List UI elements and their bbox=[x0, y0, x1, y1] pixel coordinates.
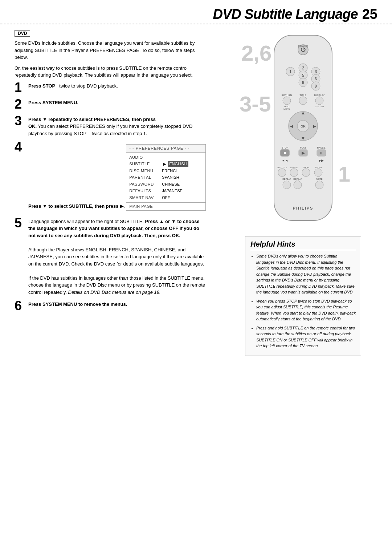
svg-text:6: 6 bbox=[315, 77, 317, 81]
svg-text:9: 9 bbox=[315, 84, 317, 88]
svg-point-58 bbox=[294, 181, 302, 189]
preferences-box: - - PREFERENCES PAGE - - AUDIO SUBTITLE … bbox=[126, 144, 206, 211]
svg-text:▼: ▼ bbox=[301, 135, 306, 141]
pref-value-french: FRENCH bbox=[162, 168, 179, 174]
svg-text:▶: ▶ bbox=[302, 150, 305, 155]
svg-point-21 bbox=[283, 97, 291, 105]
pref-value-english: ENGLISH bbox=[168, 161, 188, 167]
svg-point-57 bbox=[283, 181, 291, 189]
pref-row-subtitle: SUBTITLE ▶ ENGLISH bbox=[129, 161, 203, 167]
pref-row-parental: PARENTAL SPANISH bbox=[129, 174, 203, 181]
page-number: 25 bbox=[362, 7, 377, 22]
pref-value-off: OFF bbox=[162, 195, 170, 201]
svg-point-49 bbox=[278, 169, 286, 177]
pref-table: AUDIO SUBTITLE ▶ ENGLISH DISC MENU FRENC… bbox=[126, 153, 205, 203]
step-2-content: Press SYSTEM MENU. bbox=[28, 99, 207, 106]
svg-text:STOP: STOP bbox=[282, 146, 289, 149]
step-5-text3: If the DVD has subtitles in languages ot… bbox=[28, 275, 205, 295]
svg-text:TITLE: TITLE bbox=[299, 94, 306, 97]
pref-row-smartnav: SMART NAV OFF bbox=[129, 194, 203, 201]
pref-label-smartnav: SMART NAV bbox=[129, 195, 162, 201]
pref-footer: MAIN PAGE bbox=[126, 202, 205, 210]
step-6-bold: Press SYSTEM MENU to remove the menus. bbox=[28, 301, 127, 307]
helpful-hint-1: Some DVDs only allow you to choose Subti… bbox=[256, 253, 356, 295]
step-3-content: Press ▼ repeatedly to select PREFERENCES… bbox=[28, 116, 207, 137]
svg-text:■: ■ bbox=[283, 150, 286, 155]
left-column: DVD Some DVDs include subtitles. Choose … bbox=[0, 24, 218, 555]
step-2-number: 2 bbox=[15, 98, 28, 111]
pref-row-password: PASSWORD CHINESE bbox=[129, 181, 203, 188]
svg-text:OK: OK bbox=[301, 125, 306, 128]
svg-text:MENU: MENU bbox=[283, 108, 290, 110]
svg-text:RETURN: RETURN bbox=[281, 94, 292, 97]
pref-value-spanish: SPANISH bbox=[162, 174, 179, 181]
step-1-content: Press STOP twice to stop DVD playback. bbox=[28, 82, 207, 90]
svg-point-59 bbox=[315, 181, 323, 189]
step-1-number: 1 bbox=[15, 81, 28, 94]
svg-text:PAUSE: PAUSE bbox=[317, 146, 326, 149]
svg-text:⏸: ⏸ bbox=[319, 151, 323, 155]
svg-text:1: 1 bbox=[289, 69, 291, 74]
step-1-text: twice to stop DVD playback. bbox=[59, 83, 118, 89]
helpful-hints-title: Helpful Hints bbox=[250, 240, 356, 250]
step-1: 1 Press STOP twice to stop DVD playback. bbox=[15, 82, 207, 94]
dvd-badge: DVD bbox=[15, 30, 30, 37]
step-5-text1: Language options will appear to the righ… bbox=[28, 219, 200, 238]
pref-label-subtitle: SUBTITLE bbox=[129, 161, 162, 167]
pref-label-discmenu: DISC MENU bbox=[129, 168, 162, 174]
step-4-bold: Press ▼ to select SUBTITLE, then press ▶… bbox=[28, 203, 125, 209]
step-6-number: 6 bbox=[15, 299, 28, 312]
svg-point-52 bbox=[314, 169, 322, 177]
step-4-content: Press ▼ to select SUBTITLE, then press ▶… bbox=[28, 142, 207, 213]
main-content: DVD Some DVDs include subtitles. Choose … bbox=[0, 24, 392, 555]
svg-text:ANGLE: ANGLE bbox=[290, 166, 298, 169]
step-4-number: 4 bbox=[15, 141, 28, 154]
page-header: DVD Subtitle Language 25 bbox=[0, 0, 392, 24]
svg-text:AUDIO: AUDIO bbox=[315, 166, 322, 169]
pref-row-audio: AUDIO bbox=[129, 154, 203, 161]
pref-label-defaults: DEFAULTS bbox=[129, 188, 162, 194]
svg-point-22 bbox=[299, 97, 307, 105]
pref-value-japanese: JAPANESE bbox=[162, 188, 183, 194]
step-2-bold: Press SYSTEM MENU. bbox=[28, 100, 78, 105]
steps-list: 1 Press STOP twice to stop DVD playback.… bbox=[15, 82, 207, 313]
step-3: 3 Press ▼ repeatedly to select PREFERENC… bbox=[15, 116, 207, 137]
svg-text:5: 5 bbox=[302, 73, 304, 77]
step-3-bold: Press ▼ repeatedly to select PREFERENCES… bbox=[28, 117, 156, 122]
step-4: 4 Press ▼ to select SUBTITLE, then press… bbox=[15, 142, 207, 213]
step-5: 5 Language options will appear to the ri… bbox=[15, 218, 207, 296]
step-6: 6 Press SYSTEM MENU to remove the menus. bbox=[15, 301, 207, 312]
step-3-ok: OK. bbox=[28, 123, 37, 129]
step-1-bold: Press STOP bbox=[28, 83, 55, 89]
intro-paragraph-1: Some DVDs include subtitles. Choose the … bbox=[15, 40, 207, 61]
pref-row-discmenu: DISC MENU FRENCH bbox=[129, 167, 203, 174]
svg-text:PLAY: PLAY bbox=[300, 146, 306, 149]
step-5-number: 5 bbox=[15, 216, 28, 230]
svg-text:SYSTEM: SYSTEM bbox=[315, 105, 324, 108]
svg-point-50 bbox=[290, 169, 298, 177]
intro-paragraph-2: Or, the easiest way to choose subtitles … bbox=[15, 65, 207, 79]
svg-text:8: 8 bbox=[302, 80, 304, 85]
remote-svg: ⏻ POWER 1 2 3 5 6 8 bbox=[263, 32, 343, 229]
svg-text:▶▶: ▶▶ bbox=[319, 159, 324, 162]
helpful-hint-2: When you press STOP twice to stop DVD pl… bbox=[256, 298, 356, 322]
svg-text:◄◄: ◄◄ bbox=[282, 159, 288, 162]
svg-text:◄: ◄ bbox=[289, 123, 294, 129]
svg-text:⏻: ⏻ bbox=[301, 46, 306, 52]
page: DVD Subtitle Language 25 DVD Some DVDs i… bbox=[0, 0, 392, 555]
pref-label-parental: PARENTAL bbox=[129, 174, 162, 181]
svg-text:POWER: POWER bbox=[298, 45, 308, 47]
svg-text:PHILIPS: PHILIPS bbox=[293, 206, 314, 210]
helpful-hints-list: Some DVDs only allow you to choose Subti… bbox=[250, 253, 356, 349]
svg-text:DISPLAY: DISPLAY bbox=[314, 94, 324, 97]
svg-point-23 bbox=[315, 97, 323, 105]
svg-text:►: ► bbox=[313, 123, 317, 129]
pref-header: - - PREFERENCES PAGE - - bbox=[126, 145, 205, 153]
svg-text:SUBTITLE: SUBTITLE bbox=[277, 166, 287, 169]
step-2: 2 Press SYSTEM MENU. bbox=[15, 99, 207, 111]
right-column: 2,6 3-5 1 ⏻ POWER 1 bbox=[218, 24, 392, 555]
svg-text:2: 2 bbox=[302, 66, 304, 70]
svg-text:ZOOM: ZOOM bbox=[303, 166, 309, 169]
svg-text:MUTE: MUTE bbox=[317, 178, 323, 180]
pref-row-defaults: DEFAULTS JAPANESE bbox=[129, 187, 203, 194]
